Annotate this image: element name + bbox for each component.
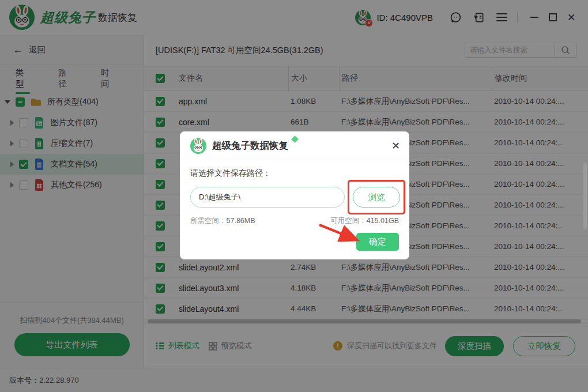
diamond-decoration-icon	[291, 135, 299, 143]
annotation-highlight-box	[348, 180, 405, 214]
dialog-logo-icon	[190, 138, 206, 154]
dialog-close-icon[interactable]: ✕	[391, 141, 400, 151]
save-path-input[interactable]	[190, 187, 345, 208]
vertical-scrollbar[interactable]	[583, 163, 587, 229]
app-window: 超级兔子 数据恢复 V ID: 4C490VPB	[0, 0, 588, 392]
annotation-arrow	[312, 221, 376, 249]
dialog-title: 超级兔子数据恢复	[212, 140, 288, 152]
required-space: 所需空间：57.86MB	[190, 216, 255, 226]
dialog-header: 超级兔子数据恢复 ✕	[180, 131, 409, 160]
save-path-label: 请选择文件保存路径：	[190, 168, 271, 179]
